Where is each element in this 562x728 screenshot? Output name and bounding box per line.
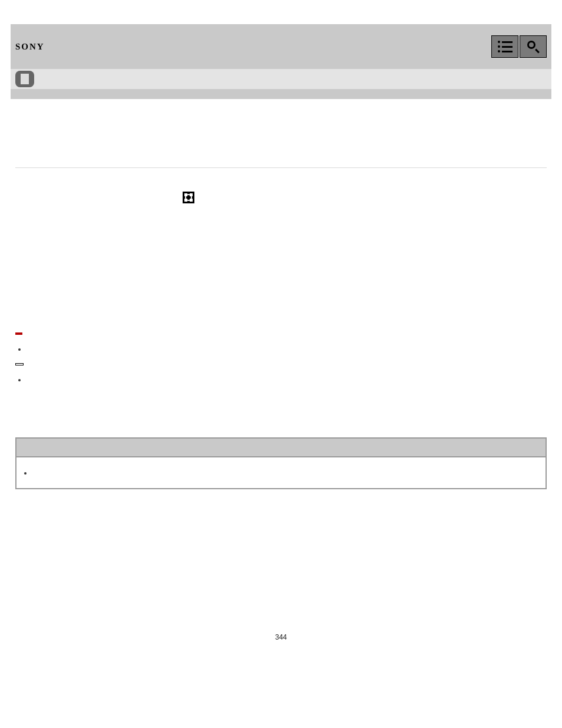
- setup-icon: [183, 192, 194, 203]
- content-area: 344: [11, 99, 551, 659]
- note-heading: [16, 438, 546, 457]
- header-sub-bar: [11, 69, 551, 89]
- list-icon: [498, 41, 513, 52]
- search-icon: [527, 41, 539, 52]
- note-item: [33, 468, 537, 477]
- divider: [15, 167, 547, 168]
- options-section: [15, 327, 547, 387]
- note-table: [15, 437, 547, 489]
- option-badge-on: [15, 332, 22, 335]
- option-item-2: [27, 374, 547, 387]
- page-header: SONY: [11, 24, 551, 99]
- option-box-off: [15, 363, 24, 365]
- search-button[interactable]: [520, 35, 547, 58]
- option-item-1: [27, 344, 547, 356]
- menu-button[interactable]: [491, 35, 518, 58]
- page-number: 344: [15, 633, 547, 641]
- note-body: [16, 457, 546, 489]
- header-buttons: [491, 35, 547, 58]
- setup-icon-row: [15, 192, 547, 203]
- brand-logo: SONY: [15, 42, 45, 52]
- tabs-icon: [15, 71, 34, 87]
